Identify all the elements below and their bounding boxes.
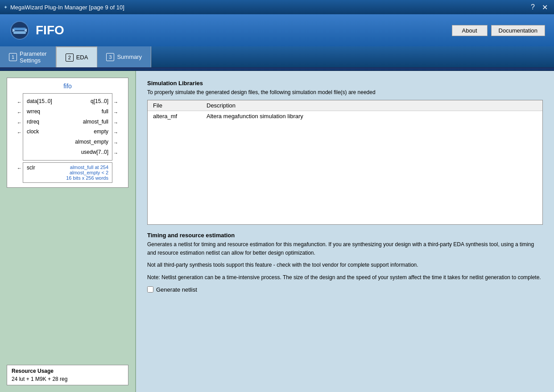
tab-label-3: Summary xyxy=(117,54,142,60)
close-button[interactable]: ✕ xyxy=(539,2,550,12)
tab-number-2: 2 xyxy=(66,54,74,62)
header-title: FIFO xyxy=(36,23,64,37)
timing-para1: Generates a netlist for timing and resou… xyxy=(147,240,543,257)
generate-netlist-label: Generate netlist xyxy=(156,286,197,293)
port-full: full → xyxy=(75,107,108,117)
help-button[interactable]: ? xyxy=(528,2,537,12)
table-cell-desc: Altera megafunction simulation library xyxy=(207,113,537,120)
simulation-title: Simulation Libraries xyxy=(147,80,543,87)
tab-label-2: EDA xyxy=(76,54,88,61)
tab-eda[interactable]: 2 EDA xyxy=(56,46,98,67)
port-clock: ← clock xyxy=(27,127,52,137)
title-bar-icon: ✦ xyxy=(4,4,8,10)
main-content: fifo ← data[15..0] ← wrreq xyxy=(0,71,554,392)
simulation-libraries-section: Simulation Libraries To properly simulat… xyxy=(147,80,543,225)
table-cell-file: altera_mf xyxy=(153,113,207,120)
table-row: altera_mf Altera megafunction simulation… xyxy=(148,111,542,121)
timing-section: Timing and resource estimation Generates… xyxy=(147,232,543,293)
port-rdreq: ← rdreq xyxy=(27,117,52,127)
simulation-desc: To properly simulate the generated desig… xyxy=(147,88,543,96)
svg-rect-1 xyxy=(13,28,26,30)
col-header-file: File xyxy=(153,102,207,109)
port-empty: empty → xyxy=(75,127,108,137)
timing-para3: Note: Netlist generation can be a time-i… xyxy=(147,273,543,282)
window-title: MegaWizard Plug-In Manager [page 9 of 10… xyxy=(10,4,124,11)
port-almost-empty: almost_empty → xyxy=(75,137,108,147)
header: FIFO About Documentation xyxy=(0,14,554,46)
port-usedw: usedw[7..0] → xyxy=(75,147,108,157)
tab-parameter-settings[interactable]: 1 ParameterSettings xyxy=(0,46,56,67)
port-almost-full: almost_full → xyxy=(75,117,108,127)
title-bar-left: ✦ MegaWizard Plug-In Manager [page 9 of … xyxy=(4,4,124,11)
generate-netlist-row[interactable]: Generate netlist xyxy=(147,286,543,293)
fifo-logo-icon xyxy=(9,20,30,41)
resource-usage-box: Resource Usage 24 lut + 1 M9K + 28 reg xyxy=(7,365,128,385)
tabs-bar: 1 ParameterSettings 2 EDA 3 Summary xyxy=(0,46,554,69)
fifo-diagram-title: fifo xyxy=(12,83,124,90)
svg-rect-2 xyxy=(13,31,26,34)
tab-number-1: 1 xyxy=(9,53,17,61)
timing-title: Timing and resource estimation xyxy=(147,232,543,239)
fifo-diagram: fifo ← data[15..0] ← wrreq xyxy=(7,78,128,188)
resource-usage-label: Resource Usage xyxy=(12,368,124,374)
title-bar-controls: ? ✕ xyxy=(528,2,550,12)
right-panel: Simulation Libraries To properly simulat… xyxy=(136,71,554,392)
left-panel: fifo ← data[15..0] ← wrreq xyxy=(0,71,136,392)
simulation-table: File Description altera_mf Altera megafu… xyxy=(147,100,543,225)
header-logo-area: FIFO xyxy=(9,20,64,41)
title-bar: ✦ MegaWizard Plug-In Manager [page 9 of … xyxy=(0,0,554,14)
port-data: ← data[15..0] xyxy=(27,96,52,107)
port-sclr: ← sclr xyxy=(27,165,35,181)
header-buttons: About Documentation xyxy=(452,25,545,36)
port-q: q[15..0] → xyxy=(75,96,108,107)
about-button[interactable]: About xyxy=(452,25,488,36)
documentation-button[interactable]: Documentation xyxy=(491,25,545,36)
tab-label-1: ParameterSettings xyxy=(20,50,47,64)
simulation-table-header: File Description xyxy=(148,100,542,111)
timing-para2: Not all third-party synthesis tools supp… xyxy=(147,261,543,269)
resource-usage-value: 24 lut + 1 M9K + 28 reg xyxy=(12,376,124,382)
port-wrreq: ← wrreq xyxy=(27,107,52,117)
generate-netlist-checkbox[interactable] xyxy=(147,286,153,293)
tab-summary[interactable]: 3 Summary xyxy=(97,46,151,67)
fifo-note: almost_full at 254 almost_empty < 2 16 b… xyxy=(66,165,108,181)
col-header-desc: Description xyxy=(207,102,537,109)
tab-number-3: 3 xyxy=(106,53,114,61)
